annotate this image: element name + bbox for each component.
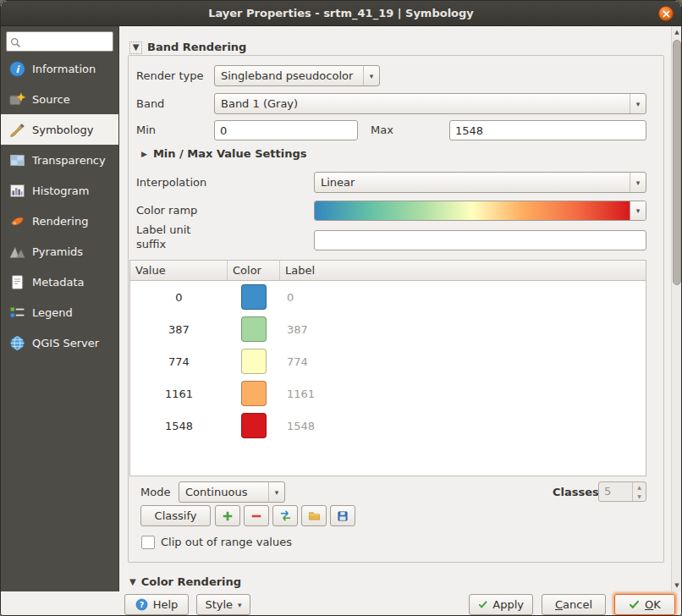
color-ramp-dropdown-button[interactable]: ▾ [630,201,646,220]
interpolation-label: Interpolation [136,173,206,193]
column-header-value[interactable]: Value [130,261,228,280]
collapse-band-rendering-button[interactable]: ▼ [129,41,142,54]
table-row[interactable]: 387 387 [130,313,646,345]
sidebar-item-metadata[interactable]: Metadata [1,267,118,297]
sidebar-item-source[interactable]: Source [1,84,118,114]
symbology-icon [8,120,26,139]
sidebar-item-histogram[interactable]: Histogram [1,175,118,206]
sidebar-item-information[interactable]: i Information [1,53,118,84]
minmax-settings-header[interactable]: ▶ Min / Max Value Settings [141,144,307,164]
minus-icon [250,510,262,522]
interpolation-select[interactable]: Linear ▾ [314,172,646,193]
color-swatch[interactable] [241,381,267,406]
ok-button-label: OK [645,598,661,611]
sidebar-item-legend[interactable]: Legend [1,297,118,327]
max-input[interactable] [449,120,646,140]
table-row[interactable]: 1161 1161 [130,377,646,410]
color-swatch[interactable] [241,349,267,374]
help-button[interactable]: ? Help [124,594,189,615]
sidebar-item-symbology[interactable]: Symbology [1,114,118,145]
mode-label: Mode [140,482,170,503]
sidebar-item-qgis-server[interactable]: QGIS Server [1,327,118,358]
save-floppy-icon [337,510,349,522]
layer-properties-dialog: Layer Properties - srtm_41_19 | Symbolog… [0,0,682,616]
swap-arrows-icon [279,509,292,522]
close-icon [663,10,670,18]
classify-button[interactable]: Classify [140,505,211,526]
table-row[interactable]: 1548 1548 [130,410,646,442]
title-bar[interactable]: Layer Properties - srtm_41_19 | Symbolog… [1,1,681,26]
sidebar-search-input[interactable] [6,31,113,52]
sidebar-item-rendering[interactable]: Rendering [1,206,118,236]
close-button[interactable] [658,6,674,21]
mode-select[interactable]: Continuous ▾ [179,481,285,503]
row-label: 1161 [280,388,646,400]
row-label: 0 [280,291,646,304]
classify-button-label: Classify [155,509,197,522]
add-value-button[interactable] [215,505,240,526]
row-value: 0 [130,291,228,304]
color-ramp-select[interactable]: ▾ [314,201,646,221]
row-value: 1161 [130,388,228,400]
table-header-row: Value Color Label [130,261,646,281]
sidebar-item-label: Legend [32,306,73,319]
style-button[interactable]: Style ▾ [196,594,250,615]
spin-up-icon: ▲ [633,482,646,492]
plus-icon [222,510,234,522]
sidebar-item-label: QGIS Server [32,337,99,349]
pyramids-icon [8,242,26,261]
style-button-label: Style [205,598,233,611]
scrollbar-handle[interactable] [673,40,681,285]
color-swatch[interactable] [241,284,267,310]
row-label: 1548 [280,420,646,432]
table-row[interactable]: 774 774 [130,345,646,377]
chevron-down-icon: ▾ [238,601,242,609]
save-file-button[interactable] [330,505,355,526]
row-value: 774 [130,355,228,368]
label-unit-suffix-label: Label unit suffix [136,223,217,251]
rendering-icon [8,212,26,230]
vertical-scrollbar[interactable]: ▲ ▼ [671,26,682,591]
scroll-down-icon[interactable]: ▼ [672,582,682,589]
color-swatch[interactable] [241,316,267,342]
scroll-up-icon[interactable]: ▲ [672,29,682,36]
transparency-icon [8,151,26,169]
triangle-down-icon: ▼ [129,575,136,589]
table-row[interactable]: 0 0 [130,281,646,313]
metadata-icon [8,272,26,291]
remove-value-button[interactable] [244,505,269,526]
column-header-color[interactable]: Color [228,261,280,280]
open-file-button[interactable] [301,505,327,526]
classes-spinbox: 5 ▲ ▼ [598,481,646,502]
band-value: Band 1 (Gray) [221,97,298,110]
row-label: 387 [280,323,646,336]
check-icon [629,599,640,610]
help-button-label: Help [153,598,179,611]
color-rendering-title: Color Rendering [141,572,241,592]
band-select[interactable]: Band 1 (Gray) ▾ [214,93,646,114]
sidebar-item-label: Information [32,63,96,75]
min-input[interactable] [214,120,358,140]
render-type-value: Singleband pseudocolor [221,69,353,82]
ok-button[interactable]: OK [614,594,675,615]
render-type-select[interactable]: Singleband pseudocolor ▾ [214,65,380,86]
chevron-down-icon: ▾ [363,66,379,85]
sidebar-item-pyramids[interactable]: Pyramids [1,236,118,267]
apply-button[interactable]: Apply [469,594,533,615]
sidebar-item-label: Symbology [32,124,93,136]
color-rendering-header[interactable]: ▼ Color Rendering [129,572,241,592]
color-ramp-gradient [315,201,630,220]
sidebar-item-transparency[interactable]: Transparency [1,145,118,175]
color-map-table: Value Color Label 0 0 387 387 774 774 11… [129,260,646,476]
load-color-map-button[interactable] [272,505,298,526]
chevron-down-icon: ▾ [630,94,646,113]
clip-out-of-range-checkbox[interactable] [141,536,155,549]
legend-icon [8,303,26,322]
color-swatch[interactable] [241,413,267,438]
column-header-label[interactable]: Label [280,261,646,280]
cancel-button[interactable]: Cancel [542,594,606,615]
label-unit-suffix-input[interactable] [314,230,646,250]
row-value: 1548 [130,420,228,432]
interpolation-value: Linear [321,176,355,189]
chevron-down-icon: ▾ [268,482,284,502]
